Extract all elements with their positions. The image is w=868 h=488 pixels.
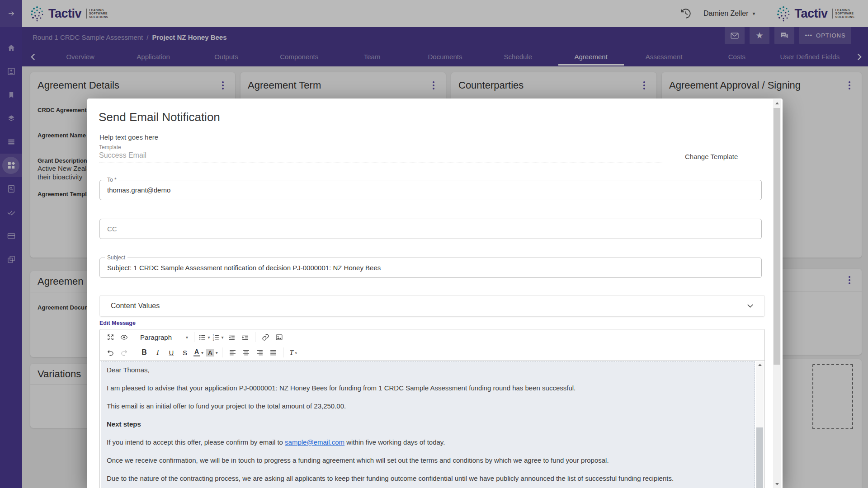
image-icon: [275, 333, 283, 341]
align-left-icon: [229, 349, 236, 357]
email-paragraph: If you intend to accept this offer, plea…: [107, 438, 749, 446]
scroll-up-icon[interactable]: [773, 99, 781, 107]
bold-button[interactable]: B: [137, 346, 151, 359]
modal-title: Send Email Notification: [99, 110, 220, 124]
caret-down-icon: ▾: [208, 335, 210, 340]
template-label: Template: [99, 144, 121, 150]
email-message-area[interactable]: Dear Thomas,I am pleased to advise that …: [101, 361, 755, 488]
editor-scrollbar-thumb[interactable]: [756, 427, 763, 488]
insert-link-button[interactable]: [259, 331, 272, 343]
numbered-list-icon: 123: [212, 333, 220, 341]
undo-button[interactable]: [104, 346, 117, 359]
cc-field[interactable]: CC: [99, 219, 762, 239]
subject-field-label: Subject: [105, 254, 127, 261]
indent-icon: [241, 333, 249, 341]
strikethrough-button[interactable]: S: [178, 346, 192, 359]
editor-body: Dear Thomas,I am pleased to advise that …: [100, 361, 764, 488]
email-paragraph: Dear Thomas,: [107, 366, 749, 374]
align-left-button[interactable]: [226, 346, 239, 359]
underline-button[interactable]: U: [165, 346, 178, 359]
modal-scrollbar[interactable]: [773, 99, 781, 488]
cc-field-placeholder: CC: [107, 225, 117, 233]
link-icon: [262, 333, 269, 341]
fullscreen-icon: [107, 333, 114, 341]
rich-text-editor: Paragraph ▾ ▾ 123 ▾: [99, 329, 765, 488]
email-paragraph: Next steps: [107, 420, 749, 428]
outdent-icon: [228, 333, 236, 341]
fullscreen-button[interactable]: [104, 331, 117, 343]
to-field-value: thomas.grant@demo: [107, 186, 170, 194]
italic-button[interactable]: I: [151, 346, 165, 359]
chevron-down-icon: [747, 303, 754, 309]
send-email-modal: Send Email Notification Help text goes h…: [87, 99, 783, 488]
edit-message-label: Edit Message: [99, 320, 136, 326]
caret-down-icon: ▾: [221, 335, 223, 340]
to-field-label: To *: [105, 177, 119, 183]
preview-button[interactable]: [117, 331, 131, 343]
justify-button[interactable]: [266, 346, 280, 359]
content-values-accordion[interactable]: Content Values: [99, 295, 765, 317]
to-field[interactable]: To * thomas.grant@demo: [99, 180, 762, 200]
email-paragraph: Once we receive confirmation, we will be…: [107, 456, 749, 465]
numbered-list-button[interactable]: 123 ▾: [211, 331, 225, 343]
paragraph-style-value: Paragraph: [140, 333, 172, 341]
caret-down-icon: ▾: [186, 335, 188, 340]
bullet-list-icon: [198, 333, 206, 341]
email-paragraph: I am pleased to advise that your applica…: [107, 384, 749, 392]
scroll-up-icon[interactable]: [756, 361, 764, 368]
editor-toolbar: Paragraph ▾ ▾ 123 ▾: [100, 329, 764, 361]
modal-scrollbar-thumb[interactable]: [774, 108, 780, 365]
template-value[interactable]: Success Email: [99, 151, 663, 163]
align-center-icon: [242, 349, 250, 357]
undo-icon: [107, 349, 114, 357]
subject-field[interactable]: Subject Subject: 1 CRDC Sample Assessmen…: [99, 258, 762, 278]
subject-field-value: Subject: 1 CRDC Sample Assessment notifi…: [107, 264, 381, 272]
eye-icon: [120, 333, 128, 341]
svg-text:3: 3: [213, 338, 214, 341]
email-paragraph: This email is an initial offer to fund y…: [107, 402, 749, 410]
change-template-button[interactable]: Change Template: [685, 153, 738, 160]
highlight-color-icon: A: [206, 349, 214, 357]
bullet-list-button[interactable]: ▾: [198, 331, 211, 343]
modal-help-text: Help text goes here: [99, 133, 158, 141]
highlight-color-button[interactable]: A ▾: [205, 346, 219, 359]
align-center-button[interactable]: [239, 346, 253, 359]
text-color-button[interactable]: A ▾: [192, 346, 205, 359]
email-paragraph: Due to the nature of the contracting pro…: [107, 474, 749, 483]
align-right-button[interactable]: [253, 346, 266, 359]
email-link[interactable]: sample@email.com: [285, 438, 344, 446]
clear-formatting-button[interactable]: Tx: [287, 346, 300, 359]
redo-button[interactable]: [117, 346, 131, 359]
decrease-indent-button[interactable]: [225, 331, 238, 343]
text-color-icon: A: [193, 348, 200, 357]
justify-icon: [269, 349, 277, 357]
caret-down-icon: ▾: [201, 350, 203, 355]
increase-indent-button[interactable]: [238, 331, 252, 343]
paragraph-style-dropdown[interactable]: Paragraph ▾: [137, 331, 191, 343]
scroll-down-icon[interactable]: [773, 480, 781, 488]
align-right-icon: [256, 349, 264, 357]
caret-down-icon: ▾: [216, 350, 218, 355]
insert-image-button[interactable]: [272, 331, 286, 343]
redo-icon: [120, 349, 128, 357]
editor-scrollbar[interactable]: [756, 361, 764, 488]
content-values-label: Content Values: [111, 302, 160, 310]
app-screen: Tactiv LEADING SOFTWARE SOLUTIONS Damien…: [0, 0, 868, 488]
